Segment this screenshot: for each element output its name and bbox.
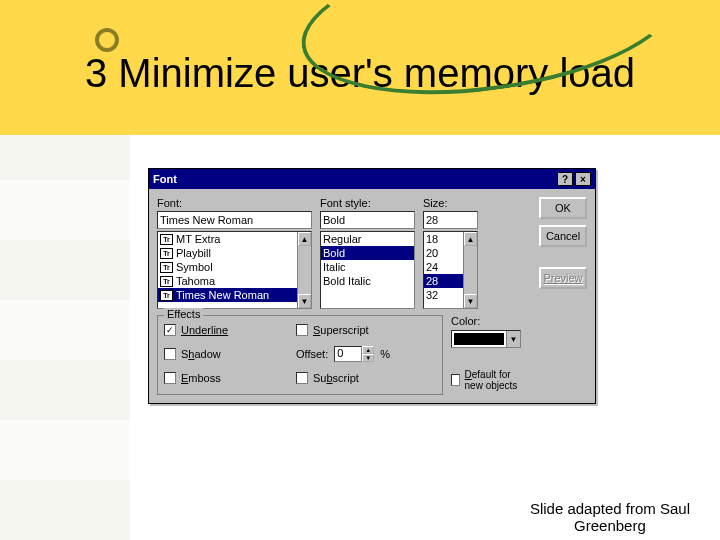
scroll-up-icon[interactable]: ▲ (464, 232, 477, 246)
list-item: TrPlaybill (158, 246, 311, 260)
titlebar[interactable]: Font ? × (149, 169, 595, 189)
offset-row: Offset: 0 ▲▼ % (296, 346, 436, 362)
close-button[interactable]: × (575, 172, 591, 186)
superscript-checkbox[interactable]: SSuperscriptuperscript (296, 324, 436, 336)
spin-up-icon[interactable]: ▲ (362, 346, 374, 354)
chevron-down-icon: ▼ (506, 331, 520, 347)
truetype-icon: Tr (160, 262, 173, 273)
size-label: Size: (423, 197, 478, 209)
scroll-up-icon[interactable]: ▲ (298, 232, 311, 246)
effects-group: Effects ✓Underline SSuperscriptuperscrip… (157, 315, 443, 395)
color-label: Color: (451, 315, 531, 327)
underline-checkbox[interactable]: ✓Underline (164, 324, 284, 336)
ok-button[interactable]: OK (539, 197, 587, 219)
default-checkbox[interactable]: Default for new objectsDefault for new o… (451, 369, 531, 391)
color-swatch (454, 333, 504, 345)
list-item: TrTimes New Roman (158, 288, 311, 302)
spin-down-icon[interactable]: ▼ (362, 354, 374, 362)
size-input[interactable] (423, 211, 478, 229)
scroll-down-icon[interactable]: ▼ (464, 294, 477, 308)
offset-unit: % (380, 348, 390, 360)
offset-spinner[interactable]: 0 ▲▼ (334, 346, 374, 362)
slide-credit: Slide adapted from Saul Greenberg (530, 500, 690, 535)
size-listbox[interactable]: 18 20 24 28 32 ▲▼ (423, 231, 478, 309)
checkbox-icon (164, 372, 176, 384)
list-item[interactable]: Bold (321, 246, 414, 260)
style-input[interactable] (320, 211, 415, 229)
emboss-checkbox[interactable]: EmbossEmboss (164, 372, 284, 384)
help-button[interactable]: ? (557, 172, 573, 186)
scroll-down-icon[interactable]: ▼ (298, 294, 311, 308)
slide-header: 3 Minimize user's memory load (0, 0, 720, 135)
list-item[interactable]: Regular (321, 232, 414, 246)
font-dialog: Font ? × Font: TrMT Extra TrPlaybill TrS… (148, 168, 596, 404)
dialog-title: Font (153, 173, 555, 185)
color-dropdown[interactable]: ▼ (451, 330, 521, 348)
font-listbox[interactable]: TrMT Extra TrPlaybill TrSymbol TrTahoma … (157, 231, 312, 309)
font-input[interactable] (157, 211, 312, 229)
font-label: Font: (157, 197, 312, 209)
subscript-checkbox[interactable]: SubscriptSubscript (296, 372, 436, 384)
shadow-checkbox[interactable]: ShadowShadow (164, 346, 284, 362)
list-item: TrSymbol (158, 260, 311, 274)
checkbox-icon: ✓ (164, 324, 176, 336)
truetype-icon: Tr (160, 248, 173, 259)
checkbox-icon (451, 374, 460, 386)
list-item: TrTahoma (158, 274, 311, 288)
checkbox-icon (164, 348, 176, 360)
slide-bullet-icon (95, 28, 119, 52)
style-label: Font style: (320, 197, 415, 209)
truetype-icon: Tr (160, 234, 173, 245)
scrollbar[interactable]: ▲▼ (297, 232, 311, 308)
preview-button[interactable]: Preview (539, 267, 587, 289)
checkbox-icon (296, 372, 308, 384)
truetype-icon: Tr (160, 276, 173, 287)
cancel-button[interactable]: Cancel (539, 225, 587, 247)
slide-title: 3 Minimize user's memory load (85, 50, 635, 96)
list-item[interactable]: Italic (321, 260, 414, 274)
list-item: TrMT Extra (158, 232, 311, 246)
list-item[interactable]: Bold Italic (321, 274, 414, 288)
truetype-icon: Tr (160, 290, 173, 301)
offset-label: Offset: (296, 348, 328, 360)
effects-legend: Effects (164, 308, 203, 320)
checkbox-icon (296, 324, 308, 336)
scrollbar[interactable]: ▲▼ (463, 232, 477, 308)
style-listbox[interactable]: Regular Bold Italic Bold Italic (320, 231, 415, 309)
